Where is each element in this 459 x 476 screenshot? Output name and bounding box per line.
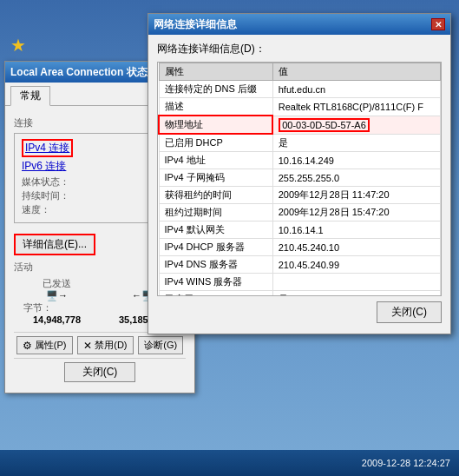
- detail-close-button[interactable]: 关闭(C): [377, 301, 442, 323]
- col-property-header: 属性: [159, 63, 272, 81]
- detail-subtitle: 网络连接详细信息(D)：: [157, 42, 442, 56]
- lac-close-button[interactable]: 关闭(C): [64, 362, 136, 382]
- detail-window: 网络连接详细信息 ✕ 网络连接详细信息(D)： 属性 值 连接特定的 DNS 后…: [148, 13, 451, 334]
- sent-bytes-value: 14,948,778: [14, 314, 100, 325]
- detail-footer: 关闭(C): [157, 296, 442, 327]
- value-cell: 2009年12月28日 15:47:20: [272, 204, 440, 221]
- value-cell: [272, 274, 440, 291]
- value-cell: 是: [272, 134, 440, 152]
- value-cell: hfut.edu.cn: [272, 81, 440, 98]
- property-cell: 描述: [159, 98, 272, 116]
- duration-label: 持续时间：: [22, 189, 69, 202]
- property-cell: 已启用 DHCP: [159, 134, 272, 152]
- media-label: 媒体状态：: [22, 175, 69, 188]
- taskbar: 2009-12-28 12:24:27: [0, 450, 459, 476]
- property-cell: IPv4 WINS 服务器: [159, 274, 272, 291]
- table-row: IPv4 WINS 服务器: [159, 274, 441, 291]
- value-cell: 255.255.255.0: [272, 169, 440, 187]
- property-cell: 租约过期时间: [159, 204, 272, 221]
- value-cell: 2009年12月28日 11:47:20: [272, 187, 440, 204]
- diagnose-button[interactable]: 诊断(G): [138, 336, 183, 354]
- detail-table: 属性 值 连接特定的 DNS 后缀hfut.edu.cn描述Realtek RT…: [158, 63, 441, 296]
- bytes-label: 字节：: [14, 301, 62, 314]
- properties-button[interactable]: ⚙ 属性(P): [16, 336, 73, 354]
- value-cell: 10.16.14.249: [272, 152, 440, 169]
- property-cell: IPv4 DHCP 服务器: [159, 239, 272, 256]
- value-cell: 00-03-0D-5D-57-A6: [272, 116, 440, 134]
- table-row: 物理地址00-03-0D-5D-57-A6: [159, 116, 441, 134]
- property-cell: 物理地址: [159, 116, 272, 134]
- value-cell: 10.16.14.1: [272, 221, 440, 239]
- footer-buttons: ⚙ 属性(P) ✕ 禁用(D) 诊断(G): [14, 332, 186, 358]
- disable-button[interactable]: ✕ 禁用(D): [77, 336, 133, 354]
- col-value-header: 值: [272, 63, 440, 81]
- table-row: IPv4 子网掩码255.255.255.0: [159, 169, 441, 187]
- table-row: IPv4 默认网关10.16.14.1: [159, 221, 441, 239]
- table-row: 获得租约的时间2009年12月28日 11:47:20: [159, 187, 441, 204]
- disable-label: 禁用(D): [95, 339, 127, 352]
- table-row: 连接特定的 DNS 后缀hfut.edu.cn: [159, 81, 441, 98]
- value-cell: 210.45.240.10: [272, 239, 440, 256]
- property-cell: IPv4 地址: [159, 152, 272, 169]
- properties-label: 属性(P): [35, 339, 67, 352]
- sent-header: 已发送: [14, 277, 100, 290]
- table-row: 已启用 DHCP是: [159, 134, 441, 152]
- property-cell: IPv4 DNS 服务器: [159, 256, 272, 274]
- network-icon-sent: 🖥️→: [14, 290, 100, 301]
- table-row: 租约过期时间2009年12月28日 15:47:20: [159, 204, 441, 221]
- property-cell: IPv4 子网掩码: [159, 169, 272, 187]
- properties-icon: ⚙: [23, 340, 32, 352]
- detail-close-icon[interactable]: ✕: [431, 18, 445, 30]
- detail-title: 网络连接详细信息: [154, 17, 237, 32]
- value-cell: 210.45.240.99: [272, 256, 440, 274]
- detail-titlebar: 网络连接详细信息 ✕: [148, 14, 450, 35]
- table-row: IPv4 地址10.16.14.249: [159, 152, 441, 169]
- property-cell: IPv4 默认网关: [159, 221, 272, 239]
- detail-info-button[interactable]: 详细信息(E)...: [14, 234, 95, 255]
- tab-general[interactable]: 常规: [10, 86, 50, 106]
- desktop: ★ Local Area Connection 状态 ✕ 常规 连接 IPv4 …: [0, 0, 459, 476]
- speed-label: 速度：: [22, 203, 69, 216]
- table-row: 描述Realtek RTL8168C(P)/8111C(F) F: [159, 98, 441, 116]
- star-decoration: ★: [10, 35, 26, 56]
- detail-body: 网络连接详细信息(D)： 属性 值 连接特定的 DNS 后缀hfut.edu.c…: [148, 35, 450, 334]
- table-row: IPv4 DHCP 服务器210.45.240.10: [159, 239, 441, 256]
- value-cell: Realtek RTL8168C(P)/8111C(F) F: [272, 98, 440, 116]
- property-cell: 连接特定的 DNS 后缀: [159, 81, 272, 98]
- ipv4-link-text[interactable]: IPv4 连接: [22, 139, 73, 157]
- detail-table-wrapper[interactable]: 属性 值 连接特定的 DNS 后缀hfut.edu.cn描述Realtek RT…: [157, 62, 442, 296]
- lac-close-bottom: 关闭(C): [14, 358, 186, 386]
- disable-icon: ✕: [83, 340, 92, 352]
- lac-title: Local Area Connection 状态: [10, 65, 148, 80]
- table-row: IPv4 DNS 服务器210.45.240.99: [159, 256, 441, 274]
- property-cell: 获得租约的时间: [159, 187, 272, 204]
- taskbar-clock: 2009-12-28 12:24:27: [362, 458, 456, 468]
- diagnose-label: 诊断(G): [144, 339, 177, 352]
